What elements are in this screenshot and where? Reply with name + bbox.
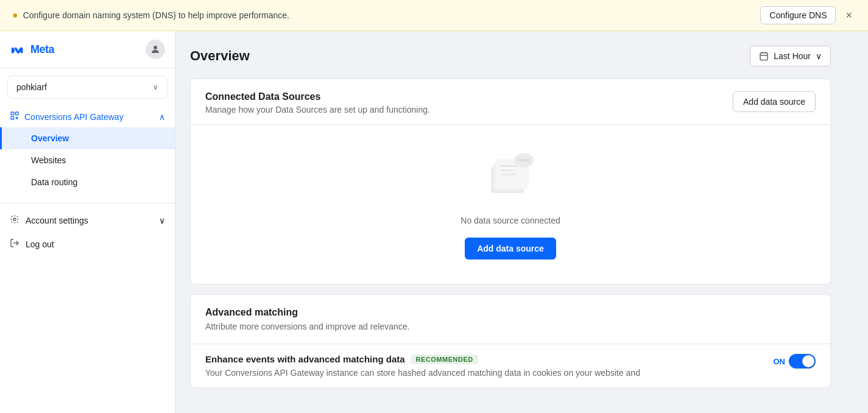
time-filter-chevron-icon: ∨ [816,51,822,61]
advanced-matching-card: Advanced matching Attribute more convers… [190,294,831,388]
svg-rect-15 [501,174,517,175]
enhance-events-row: Enhance events with advanced matching da… [205,354,816,378]
sidebar-item-data-routing[interactable]: Data routing [0,171,175,193]
account-selector[interactable]: pohkiarf ∨ [7,76,168,99]
chevron-up-icon: ∧ [159,112,165,122]
svg-rect-3 [11,116,14,119]
user-avatar[interactable] [146,40,165,59]
chevron-down-icon: ∨ [159,216,165,225]
logout-icon [10,238,19,250]
top-banner: ● Configure domain naming system (DNS) t… [0,0,868,31]
nav-group-header[interactable]: Conversions API Gateway ∧ [0,106,175,127]
sidebar-item-overview[interactable]: Overview [0,127,175,149]
empty-state-text: No data source connected [460,216,560,225]
toggle-switch[interactable] [789,354,816,369]
banner-actions: Configure DNS × [760,6,856,24]
toggle-knob [802,355,814,367]
enhance-events-info: Enhance events with advanced matching da… [205,354,640,378]
chevron-down-icon: ∨ [153,83,158,91]
svg-rect-2 [15,112,18,115]
warning-icon: ● [12,10,18,21]
banner-close-button[interactable]: × [842,8,856,23]
add-data-source-button-empty[interactable]: Add data source [465,238,556,259]
banner-message: Configure domain naming system (DNS) to … [23,10,289,20]
connected-data-sources-subtitle: Manage how your Data Sources are set up … [205,105,430,115]
no-data-illustration [480,149,541,204]
connected-data-sources-card: Connected Data Sources Manage how your D… [190,79,831,284]
nav-section: Conversions API Gateway ∧ Overview Websi… [0,101,175,198]
sidebar-item-websites[interactable]: Websites [0,149,175,171]
main-layout: Meta pohkiarf ∨ [0,31,868,413]
connected-data-sources-header: Connected Data Sources Manage how your D… [191,79,830,125]
logout-item[interactable]: Log out [0,232,175,256]
enhance-events-section: Enhance events with advanced matching da… [191,344,830,387]
empty-state: No data source connected Add data source [191,125,830,284]
logout-label: Log out [26,239,54,249]
advanced-matching-body: Advanced matching Attribute more convers… [191,295,830,344]
svg-rect-1 [11,112,14,115]
svg-point-17 [519,159,522,162]
svg-point-4 [13,218,16,221]
sidebar-divider [0,203,175,203]
enhance-events-title-row: Enhance events with advanced matching da… [205,354,640,364]
meta-logo: Meta [10,43,54,56]
svg-rect-6 [760,53,767,60]
account-settings-left: Account settings [10,214,88,226]
nav-group-label: Conversions API Gateway [24,112,124,122]
toggle-label: ON [774,357,786,366]
gear-icon [10,214,19,226]
advanced-matching-subtitle: Attribute more conversions and improve a… [205,322,816,331]
connected-data-sources-title: Connected Data Sources [205,91,430,102]
enhance-events-title: Enhance events with advanced matching da… [205,354,405,364]
main-inner: Overview Last Hour ∨ Connected Dat [175,31,845,412]
main-content: Overview Last Hour ∨ Connected Dat [175,31,868,413]
configure-dns-button[interactable]: Configure DNS [760,6,836,24]
empty-state-icon [480,149,541,206]
recommended-badge: RECOMMENDED [411,355,478,364]
api-gateway-icon [10,111,19,122]
banner-message-area: ● Configure domain naming system (DNS) t… [12,10,289,21]
svg-point-18 [523,159,526,162]
toggle-container: ON [774,354,816,369]
calendar-icon [759,51,769,61]
account-settings-label: Account settings [26,216,88,225]
account-name: pohkiarf [16,82,47,92]
svg-point-0 [153,46,157,49]
account-settings-item[interactable]: Account settings ∨ [0,208,175,232]
time-filter-label: Last Hour [774,51,811,61]
connected-data-sources-info: Connected Data Sources Manage how your D… [205,91,430,115]
meta-logo-text: Meta [30,43,54,56]
time-filter-button[interactable]: Last Hour ∨ [750,46,831,66]
meta-logo-icon [10,44,27,55]
enhance-events-desc: Your Conversions API Gateway instance ca… [205,368,640,378]
svg-rect-14 [501,169,514,171]
page-header: Overview Last Hour ∨ [190,46,831,66]
svg-point-19 [526,159,529,162]
page-title: Overview [190,48,250,64]
sidebar-header: Meta [0,31,175,68]
advanced-matching-title: Advanced matching [205,307,816,318]
sidebar: Meta pohkiarf ∨ [0,31,175,413]
add-data-source-button-top[interactable]: Add data source [733,91,816,112]
